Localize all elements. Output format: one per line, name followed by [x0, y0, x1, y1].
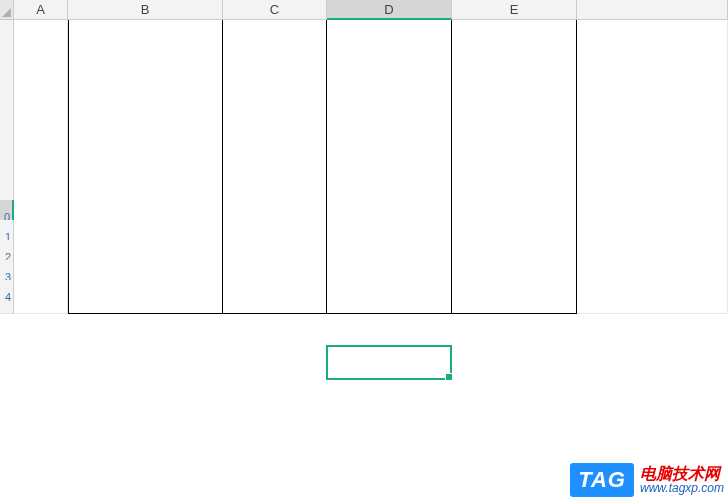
- cell[interactable]: [452, 280, 577, 314]
- cell[interactable]: [14, 280, 68, 314]
- select-all-corner[interactable]: [0, 0, 14, 20]
- watermark-title: 电脑技术网: [640, 465, 724, 483]
- col-header-A[interactable]: A: [14, 0, 68, 20]
- active-cell-outline: [326, 345, 452, 380]
- watermark: TAG 电脑技术网 www.tagxp.com: [570, 463, 724, 497]
- spreadsheet-grid[interactable]: A B C D E 0 1 2 3 4: [0, 0, 728, 300]
- col-header-D[interactable]: D: [327, 0, 452, 20]
- row-header[interactable]: 4: [0, 280, 14, 314]
- col-header-E[interactable]: E: [452, 0, 577, 20]
- col-header-C[interactable]: C: [223, 0, 327, 20]
- watermark-url: www.tagxp.com: [640, 482, 724, 495]
- cell[interactable]: [68, 280, 223, 314]
- col-header-B[interactable]: B: [68, 0, 223, 20]
- cell[interactable]: [577, 280, 728, 314]
- col-header-F[interactable]: [577, 0, 728, 20]
- watermark-text: 电脑技术网 www.tagxp.com: [640, 465, 724, 496]
- cell[interactable]: [223, 280, 327, 314]
- watermark-tag: TAG: [570, 463, 634, 497]
- cell[interactable]: [327, 280, 452, 314]
